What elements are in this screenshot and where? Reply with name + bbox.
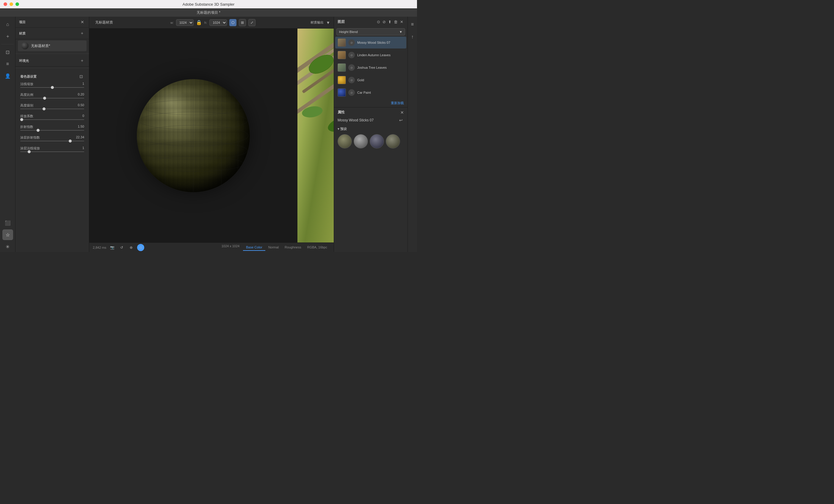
layer-item-0[interactable]: ⊘ Mossy Wood Sticks 07 <box>335 37 406 48</box>
slider-label-1: 高度比例 <box>20 92 33 97</box>
slider-thumb-0[interactable] <box>51 86 54 89</box>
layer-delete-btn[interactable]: 🗑 <box>393 19 398 25</box>
slider-thumb-6[interactable] <box>28 150 31 153</box>
close-button[interactable] <box>4 2 7 6</box>
width-select[interactable]: 10245122048 <box>176 19 194 26</box>
shader-collapse-btn[interactable]: ⊡ <box>78 73 84 80</box>
layer-thumb-3 <box>337 76 346 84</box>
globe-btn[interactable]: ⊕ <box>128 244 135 251</box>
output-expand-icon[interactable]: ▼ <box>326 20 330 25</box>
left-panel: 项目 ✕ 材质 ＋ 无标题材质* 环境光 ＋ 着色器设置 ⊡ 法 <box>16 17 89 252</box>
layer-icon-2: ⊘ <box>348 64 355 71</box>
2d-view-btn[interactable]: ⊞ <box>239 19 246 26</box>
preset-thumb-2[interactable] <box>370 134 384 149</box>
refresh-btn[interactable]: ↺ <box>118 244 125 251</box>
minimize-button[interactable] <box>9 2 13 6</box>
right-panel: 图层 ⊙ ⊘ ⬆ 🗑 ✕ Height Blend ▼ ⊘ Mossy Wood… <box>334 17 408 252</box>
camera-btn[interactable]: 📷 <box>109 244 116 251</box>
settings-icon[interactable]: ☆ <box>2 229 13 240</box>
preset-thumb-3[interactable] <box>386 134 400 149</box>
height-select[interactable]: 10245122048 <box>210 19 227 26</box>
shader-header: 着色器设置 ⊡ <box>17 72 88 81</box>
menu-project: 无标题的项目 * <box>197 10 220 15</box>
monitor-icon[interactable]: ⬛ <box>2 218 13 228</box>
project-close-btn[interactable]: ✕ <box>80 19 85 25</box>
slider-thumb-4[interactable] <box>37 129 40 132</box>
env-add-btn[interactable]: ＋ <box>79 58 85 64</box>
material-item[interactable]: 无标题材质* <box>18 41 87 51</box>
texture-view[interactable] <box>298 28 334 242</box>
preset-thumb-0[interactable] <box>337 134 352 149</box>
props-close-btn[interactable]: ✕ <box>400 110 404 115</box>
slider-thumb-5[interactable] <box>69 139 72 143</box>
tab-rgba[interactable]: RGBA, 16bpc <box>304 244 330 251</box>
slider-refraction: 折射指数 1.50 <box>17 124 88 134</box>
expand-btn[interactable]: ⤢ <box>248 19 256 26</box>
add-icon[interactable]: ＋ <box>2 31 13 42</box>
lock-icon: 🔒 <box>196 20 202 25</box>
render-mode-btn[interactable]: ⊙ <box>137 244 144 251</box>
person-icon[interactable]: 👤 <box>2 70 13 81</box>
slider-val-3: 0 <box>82 114 84 118</box>
layer-export-btn[interactable]: ⬆ <box>388 19 392 25</box>
slider-track-0[interactable] <box>20 87 84 88</box>
texture-svg <box>298 28 334 242</box>
layer-item-2[interactable]: ⊘ Joshua Tree Leaves <box>335 62 406 73</box>
layer-tool-circle[interactable]: ⊙ <box>376 19 381 25</box>
layer-item-3[interactable]: ⊘ Gold <box>335 74 406 86</box>
slider-track-5[interactable] <box>20 141 84 141</box>
output-label: 材质输出 <box>310 20 324 25</box>
maximize-button[interactable] <box>16 2 19 6</box>
tab-base-color[interactable]: Base Color <box>243 244 265 251</box>
layer-tool-slash[interactable]: ⊘ <box>382 19 386 25</box>
app-title: Adobe Substance 3D Sampler <box>183 2 235 6</box>
viewport-header: 无标题材质 w: 10245122048 🔒 h: 10245122048 ⬡ … <box>89 17 334 28</box>
right-edge-bar: ≡ ↑ <box>408 17 417 252</box>
layer-item-4[interactable]: ⊘ Car Paint <box>335 87 406 98</box>
project-title: 项目 <box>19 20 26 24</box>
reload-btn[interactable]: 重新加载 <box>334 99 408 107</box>
slider-track-4[interactable] <box>20 130 84 131</box>
height-label: h: <box>204 21 207 24</box>
layer-item-1[interactable]: ⊘ Linden Autumn Leaves <box>335 49 406 61</box>
slider-thumb-1[interactable] <box>43 97 46 100</box>
layer-icon-3: ⊘ <box>348 77 355 83</box>
slider-val-0: 1 <box>82 82 84 86</box>
preset-thumb-1[interactable] <box>354 134 368 149</box>
layers-icon[interactable]: ≡ <box>2 59 13 69</box>
right-icon-1[interactable]: ≡ <box>407 19 417 30</box>
tab-normal[interactable]: Normal <box>265 244 282 251</box>
center-panel: 无标题材质 w: 10245122048 🔒 h: 10245122048 ⬡ … <box>89 17 334 252</box>
props-reset-btn[interactable]: ↩ <box>398 117 404 123</box>
slider-heightscale: 高度比例 0.20 <box>17 91 88 102</box>
slider-thumb-3[interactable] <box>20 118 23 121</box>
tab-roughness[interactable]: Roughness <box>282 244 304 251</box>
slider-track-6[interactable] <box>20 151 84 152</box>
slider-label-2: 高度级别 <box>20 103 33 108</box>
slider-track-1[interactable] <box>20 98 84 98</box>
viewport-area <box>89 28 334 242</box>
right-icon-2[interactable]: ↑ <box>407 31 417 42</box>
slider-track-2[interactable] <box>20 109 84 109</box>
layer-thumb-2 <box>337 63 346 72</box>
slider-thumb-2[interactable] <box>43 107 45 110</box>
asterisk-icon[interactable]: ✳ <box>2 241 13 252</box>
slider-label-3: 排放系数 <box>20 114 33 118</box>
blend-mode-select[interactable]: Height Blend ▼ <box>336 28 405 36</box>
material-add-btn[interactable]: ＋ <box>79 30 85 37</box>
layers-header: 图层 ⊙ ⊘ ⬆ 🗑 ✕ <box>334 17 408 27</box>
layer-name-0: Mossy Wood Sticks 07 <box>357 41 390 44</box>
slider-coat-normal: 涂层法线缩放 1 <box>17 145 88 156</box>
slider-track-3[interactable] <box>20 119 84 120</box>
sphere-view[interactable] <box>89 28 298 242</box>
slider-val-2: 0.50 <box>78 103 84 108</box>
layer-name-4: Car Paint <box>357 91 371 94</box>
layers-tools: ⊙ ⊘ ⬆ 🗑 ✕ <box>376 19 404 25</box>
3d-view-btn[interactable]: ⬡ <box>229 19 237 26</box>
home-icon[interactable]: ⌂ <box>2 19 13 30</box>
sphere-3d <box>137 79 250 192</box>
crop-icon[interactable]: ⊡ <box>2 47 13 58</box>
properties-section: 属性 ✕ Mossy Wood Sticks 07 ↩ ▾ 预设 <box>334 107 408 252</box>
viewport-footer: 2,842 ms 📷 ↺ ⊕ ⊙ 1024 x 1024 Base Color … <box>89 242 334 252</box>
layer-close-btn[interactable]: ✕ <box>399 19 404 25</box>
